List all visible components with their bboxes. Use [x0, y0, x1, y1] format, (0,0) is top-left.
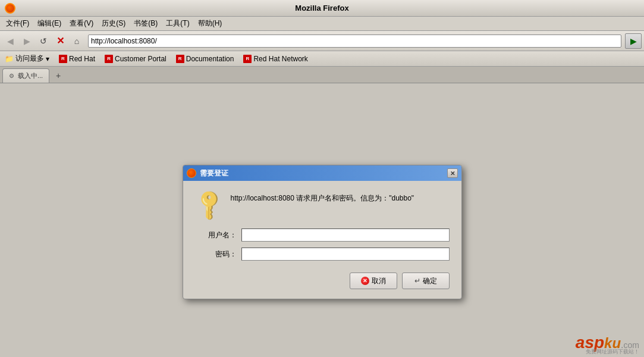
- bookmark-documentation[interactable]: R Documentation: [174, 54, 237, 64]
- username-input[interactable]: [241, 228, 450, 242]
- stop-button[interactable]: ✕: [52, 33, 68, 49]
- chevron-down-icon: ▾: [46, 55, 49, 63]
- bookmark-customer-portal[interactable]: R Customer Portal: [102, 54, 169, 64]
- bookmark-most-visited-label: 访问最多: [15, 54, 44, 64]
- titlebar: Mozilla Firefox: [0, 0, 644, 17]
- cancel-icon: ✕: [361, 277, 369, 285]
- current-tab[interactable]: ⚙ 载入中...: [2, 68, 49, 83]
- tab-loading-icon: ⚙: [9, 73, 14, 79]
- bookmark-most-visited[interactable]: 📁 访问最多 ▾: [2, 52, 52, 65]
- bookmark-folder-icon: 📁: [5, 55, 14, 63]
- watermark-desc: 免费网址源码下载站！: [586, 348, 639, 356]
- password-input[interactable]: [241, 248, 450, 261]
- ok-label: 确定: [423, 276, 437, 286]
- bookmarks-bar: 📁 访问最多 ▾ R Red Hat R Customer Portal R D…: [0, 51, 644, 67]
- menu-view[interactable]: 查看(V): [66, 17, 97, 30]
- customer-portal-favicon: R: [105, 55, 113, 63]
- bookmark-redhat-network[interactable]: R Red Hat Network: [241, 54, 310, 64]
- dialog-info-row: 🔑 http://localhost:8080 请求用户名和密码。信息为："du…: [195, 190, 450, 219]
- key-icon: 🔑: [189, 184, 230, 225]
- redhat-favicon: R: [59, 55, 67, 63]
- dialog-buttons: ✕ 取消 ↵ 确定: [195, 270, 450, 289]
- window-title: Mozilla Firefox: [295, 4, 348, 12]
- back-button[interactable]: ◀: [2, 33, 18, 49]
- username-row: 用户名：: [201, 228, 450, 242]
- menu-help[interactable]: 帮助(H): [194, 17, 226, 30]
- menu-edit[interactable]: 编辑(E): [34, 17, 65, 30]
- bookmark-redhat-label: Red Hat: [69, 55, 95, 63]
- password-label: 密码：: [201, 249, 237, 259]
- auth-dialog: 需要登证 ✕ 🔑 http://localhost:8080 请求用户名和密码。…: [183, 165, 462, 299]
- dialog-form: 用户名： 密码：: [195, 228, 450, 261]
- dialog-firefox-icon: [187, 168, 196, 178]
- redhat-network-favicon: R: [243, 55, 252, 63]
- password-row: 密码：: [201, 248, 450, 261]
- menu-tools[interactable]: 工具(T): [162, 17, 193, 30]
- username-label: 用户名：: [201, 230, 237, 240]
- menubar: 文件(F) 编辑(E) 查看(V) 历史(S) 书签(B) 工具(T) 帮助(H…: [0, 17, 644, 31]
- documentation-favicon: R: [176, 55, 184, 63]
- go-button[interactable]: ▶: [625, 33, 642, 49]
- dialog-close-button[interactable]: ✕: [447, 168, 458, 178]
- menu-file[interactable]: 文件(F): [2, 17, 33, 30]
- address-bar[interactable]: [91, 37, 618, 45]
- dialog-overlay: 需要登证 ✕ 🔑 http://localhost:8080 请求用户名和密码。…: [0, 83, 644, 357]
- dialog-titlebar: 需要登证 ✕: [183, 165, 461, 181]
- bookmark-documentation-label: Documentation: [186, 55, 234, 63]
- bookmark-redhat[interactable]: R Red Hat: [56, 54, 98, 64]
- forward-button[interactable]: ▶: [19, 33, 34, 49]
- dialog-title-left: 需要登证: [187, 168, 228, 178]
- dialog-title: 需要登证: [200, 168, 228, 178]
- toolbar: ◀ ▶ ↺ ✕ ⌂ ▶: [0, 31, 644, 51]
- ok-button[interactable]: ↵ 确定: [402, 273, 450, 289]
- tab-label: 载入中...: [18, 71, 43, 80]
- new-tab-button[interactable]: +: [52, 70, 65, 82]
- ok-icon: ↵: [414, 277, 420, 285]
- firefox-icon: [5, 3, 15, 14]
- page-content: http://b1b1 localhost:8080/ 需要登证 ✕ 🔑 htt…: [0, 83, 644, 357]
- dialog-body: 🔑 http://localhost:8080 请求用户名和密码。信息为："du…: [183, 181, 461, 299]
- tabs-bar: ⚙ 载入中... +: [0, 67, 644, 83]
- address-bar-container: [88, 35, 621, 48]
- home-button[interactable]: ⌂: [69, 33, 84, 49]
- menu-bookmarks[interactable]: 书签(B): [130, 17, 161, 30]
- bookmark-redhat-network-label: Red Hat Network: [253, 55, 307, 63]
- dialog-message: http://localhost:8080 请求用户名和密码。信息为："dubb…: [231, 190, 450, 203]
- cancel-label: 取消: [372, 276, 386, 286]
- cancel-button[interactable]: ✕ 取消: [350, 273, 397, 289]
- menu-history[interactable]: 历史(S): [98, 17, 129, 30]
- reload-button[interactable]: ↺: [36, 33, 51, 49]
- bookmark-customer-portal-label: Customer Portal: [115, 55, 167, 63]
